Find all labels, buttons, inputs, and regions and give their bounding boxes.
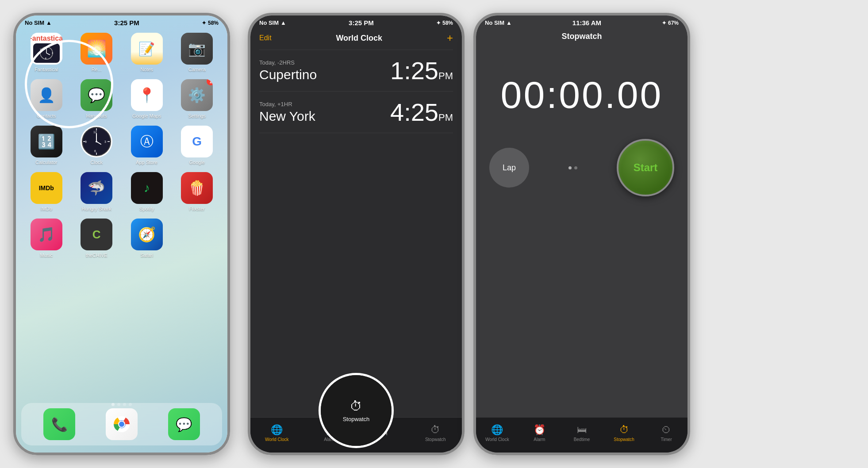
worldclock-icon-2: 🌐 — [271, 424, 283, 436]
tab-bar-2: 🌐 World Clock ⏰ Alarm 🛏 ⏱ Stopwatch — [250, 417, 462, 453]
screen3-frame: No SIM ▲ 11:36 AM ✦ 67% Stopwatch 00:00.… — [473, 13, 690, 455]
settings-badge: 1 — [207, 79, 213, 85]
app-icon-thechive[interactable]: C theCHIVE — [75, 219, 119, 258]
dock-messages[interactable]: 💬 — [168, 408, 200, 440]
app-label-thechive: theCHIVE — [86, 253, 108, 258]
stopwatch-screen: No SIM ▲ 11:36 AM ✦ 67% Stopwatch 00:00.… — [476, 15, 687, 453]
tab-stopwatch-3[interactable]: ⏱ Stopwatch — [603, 424, 645, 442]
tab-alarm-2[interactable]: ⏰ Alarm — [303, 424, 357, 442]
app-icon-settings[interactable]: ⚙️ 1 Settings — [176, 79, 219, 119]
app-img-clock: 12 9 3 6 — [81, 126, 112, 157]
carrier-label-2: No SIM — [259, 19, 279, 26]
tab-worldclock-3[interactable]: 🌐 World Clock — [476, 424, 518, 442]
app-img-appstore: Ⓐ — [131, 126, 163, 157]
app-img-safari: 🧭 — [131, 219, 163, 250]
cupertino-city: Cupertino — [259, 67, 317, 82]
app-icon-imdb[interactable]: IMDb IMDb — [25, 172, 68, 211]
app-icon-notes[interactable]: 📝 Notes — [125, 33, 169, 72]
wifi-icon-2: ▲ — [280, 19, 286, 26]
edit-button[interactable]: Edit — [259, 34, 272, 42]
world-clock-title: World Clock — [336, 34, 382, 43]
cupertino-time-group: 1:25PM — [390, 56, 453, 85]
app-label-fantastical: Fantastical — [35, 67, 58, 72]
tab-bedtime-3[interactable]: 🛏 Bedtime — [561, 424, 603, 442]
app-icon-fantastical[interactable]: Fantastical 12 9 3 6 — [25, 33, 68, 72]
app-icon-spotify[interactable]: ♪ Spotify — [125, 172, 169, 211]
app-img-fantastical: Fantastical 12 9 3 6 — [31, 33, 62, 65]
app-label-settings: Settings — [188, 113, 206, 119]
app-label-appstore: App Store — [136, 160, 157, 165]
bluetooth-icon-1: ✦ — [202, 20, 206, 26]
clock-item-left-cupertino: Today, -2HRS Cupertino — [259, 59, 317, 82]
app-icon-music[interactable]: 🎵 Music — [25, 219, 68, 258]
nav-bar-3: Stopwatch — [476, 28, 687, 46]
app-icon-contacts[interactable]: 👤 Contacts — [25, 79, 68, 119]
home-screen-bg: No SIM ▲ 3:25 PM ✦ 58% Fantastical — [16, 15, 227, 453]
app-icon-google[interactable]: G Google — [176, 126, 219, 165]
dock-chrome[interactable] — [106, 408, 138, 440]
alarm-label-3: Alarm — [534, 437, 545, 442]
app-icon-appstore[interactable]: Ⓐ App Store — [125, 126, 169, 165]
lap-button[interactable]: Lap — [489, 148, 529, 188]
cupertino-sub: Today, -2HRS — [259, 59, 317, 66]
tab-stopwatch-2[interactable]: ⏱ Stopwatch — [409, 424, 462, 442]
app-img-music: 🎵 — [31, 219, 62, 250]
alarm-icon-2: ⏰ — [324, 424, 336, 436]
svg-text:6: 6 — [45, 57, 46, 60]
app-label-contacts: Contacts — [37, 113, 56, 119]
battery-label-2: 58% — [442, 20, 453, 26]
clock-item-newyork: Today, +1HR New York 4:25PM — [250, 92, 462, 133]
app-label-calculator: Calculator — [35, 160, 58, 165]
tab-bedtime-2[interactable]: 🛏 — [356, 426, 409, 439]
app-icon-safari[interactable]: 🧭 Safari — [125, 219, 169, 258]
worldclock-label-2: World Clock — [265, 437, 289, 442]
app-icon-clock[interactable]: 12 9 3 6 — [75, 126, 119, 165]
screen1-wrapper: No SIM ▲ 3:25 PM ✦ 58% Fantastical — [13, 13, 230, 455]
carrier-label-1: No SIM — [25, 19, 44, 26]
stopwatch-controls: Lap Start — [476, 130, 687, 205]
app-icon-photos[interactable]: 🌅 Re... — [75, 33, 119, 72]
time-label-1: 3:25 PM — [114, 19, 139, 27]
battery-label-3: 67% — [668, 20, 679, 26]
worldclock-label-3: World Clock — [485, 437, 509, 442]
app-label-spotify: Spotify — [139, 206, 154, 211]
app-img-contacts: 👤 — [31, 79, 62, 111]
app-img-calculator: 🔢 — [31, 126, 62, 157]
bedtime-label-3: Bedtime — [574, 437, 590, 442]
add-clock-button[interactable]: + — [447, 32, 453, 44]
status-left-1: No SIM ▲ — [25, 19, 52, 26]
app-icon-googlemaps[interactable]: 📍 Google Maps — [125, 79, 169, 119]
status-bar-1: No SIM ▲ 3:25 PM ✦ 58% — [16, 15, 227, 28]
app-icon-calculator[interactable]: 🔢 Calculator — [25, 126, 68, 165]
wifi-icon-1: ▲ — [46, 19, 52, 26]
app-img-spotify: ♪ — [131, 172, 163, 204]
dock-phone-img: 📞 — [43, 408, 75, 440]
timer-icon-3: ⏲ — [661, 424, 671, 436]
app-icon-hungryshark[interactable]: 🦈 Hungry Shark — [75, 172, 119, 211]
svg-line-2 — [46, 53, 50, 55]
screen2-frame: No SIM ▲ 3:25 PM ✦ 58% Edit World Clock … — [248, 13, 465, 455]
tab-alarm-3[interactable]: ⏰ Alarm — [518, 424, 561, 442]
clock-item-cupertino: Today, -2HRS Cupertino 1:25PM — [250, 50, 462, 91]
tab-worldclock-2[interactable]: 🌐 World Clock — [250, 424, 303, 442]
svg-text:3: 3 — [104, 140, 106, 143]
app-icon-hangouts[interactable]: 💬 Hangouts — [75, 79, 119, 119]
tab-timer-3[interactable]: ⏲ Timer — [645, 424, 687, 442]
stopwatch-label-3: Stopwatch — [614, 437, 634, 442]
svg-point-14 — [96, 141, 97, 142]
app-label-imdb: IMDb — [41, 206, 52, 211]
app-label-hangouts: Hangouts — [86, 113, 107, 119]
status-left-2: No SIM ▲ — [259, 19, 286, 26]
app-img-thechive: C — [81, 219, 112, 250]
app-img-photos: 🌅 — [81, 33, 112, 65]
app-label-camera: Camera — [188, 67, 206, 72]
world-clock-screen: No SIM ▲ 3:25 PM ✦ 58% Edit World Clock … — [250, 15, 462, 453]
dock-phone[interactable]: 📞 — [43, 408, 75, 440]
start-button[interactable]: Start — [617, 139, 674, 196]
app-icon-flixster[interactable]: 🍿 Flixster — [176, 172, 219, 211]
app-icon-camera[interactable]: 📷 Camera — [176, 33, 219, 72]
alarm-icon-3: ⏰ — [534, 424, 545, 436]
time-label-2: 3:25 PM — [349, 19, 374, 27]
status-right-2: ✦ 58% — [436, 20, 453, 26]
screen1-frame: No SIM ▲ 3:25 PM ✦ 58% Fantastical — [13, 13, 230, 455]
